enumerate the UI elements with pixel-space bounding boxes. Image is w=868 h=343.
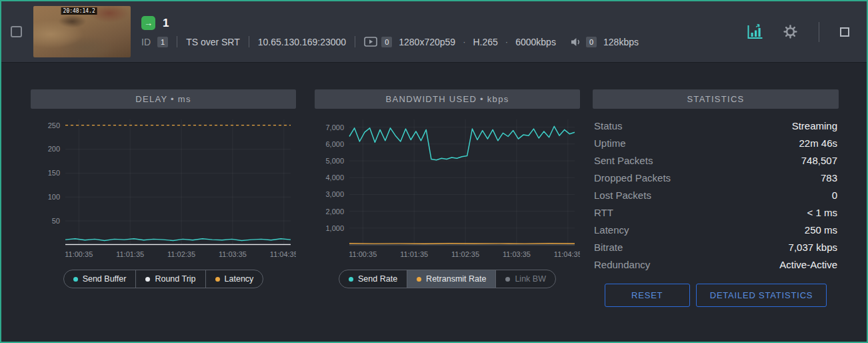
stop-icon bbox=[840, 27, 849, 37]
stream-detail-content: DELAY • ms 5010015020025011:00:3511:01:3… bbox=[1, 63, 867, 342]
stat-label: Sent Packets bbox=[594, 155, 653, 166]
svg-text:5,000: 5,000 bbox=[325, 157, 344, 165]
stream-meta-row: ID 1 TS over SRT 10.65.130.169:23000 0 1… bbox=[141, 36, 639, 47]
separator bbox=[177, 36, 177, 47]
legend-label: Send Rate bbox=[358, 274, 397, 284]
audio-bitrate: 128kbps bbox=[603, 37, 639, 47]
svg-text:4,000: 4,000 bbox=[325, 174, 344, 182]
streaming-status-icon: → bbox=[141, 16, 155, 30]
legend-label: Latency bbox=[225, 274, 254, 284]
legend-dot-icon bbox=[349, 277, 353, 282]
stream-thumbnail[interactable]: 20:48:14.2 bbox=[33, 6, 131, 57]
legend-dot-icon bbox=[417, 277, 421, 282]
stat-row: Dropped Packets783 bbox=[594, 169, 837, 186]
legend-label: Round Trip bbox=[155, 274, 195, 284]
delay-panel: DELAY • ms 5010015020025011:00:3511:01:3… bbox=[31, 89, 296, 288]
stat-row: Sent Packets748,507 bbox=[594, 151, 837, 169]
stat-row: RTT< 1 ms bbox=[594, 204, 837, 221]
video-bitrate: 6000kbps bbox=[515, 37, 556, 47]
stat-row: Bitrate7,037 kbps bbox=[594, 238, 837, 256]
legend-send-buffer[interactable]: Send Buffer bbox=[64, 270, 136, 288]
stat-label: Uptime bbox=[594, 137, 626, 149]
separator bbox=[819, 22, 819, 42]
stat-label: Dropped Packets bbox=[594, 172, 671, 184]
delay-chart: 5010015020025011:00:3511:01:3511:02:3511… bbox=[31, 113, 296, 261]
dot-separator: · bbox=[462, 37, 466, 47]
stat-row: Lost Packets0 bbox=[594, 186, 837, 204]
stat-value: 0 bbox=[832, 190, 837, 201]
stat-value: 7,037 kbps bbox=[789, 242, 837, 253]
stream-name: 1 bbox=[163, 17, 169, 30]
audio-track-group: 0 bbox=[571, 37, 597, 47]
stat-value: 783 bbox=[821, 172, 837, 184]
svg-text:2,000: 2,000 bbox=[325, 208, 344, 216]
statistics-panel-title: STATISTICS bbox=[593, 89, 839, 109]
svg-text:6,000: 6,000 bbox=[325, 140, 344, 148]
stat-label: Status bbox=[594, 120, 623, 131]
statistics-buttons: RESET DETAILED STATISTICS bbox=[593, 284, 839, 307]
video-track-group: 0 bbox=[364, 37, 392, 47]
svg-text:50: 50 bbox=[52, 217, 60, 225]
svg-text:250: 250 bbox=[48, 121, 60, 129]
legend-link-bw[interactable]: Link BW bbox=[495, 270, 555, 288]
stat-value: Active-Active bbox=[779, 259, 837, 270]
stream-address: 10.65.130.169:23000 bbox=[258, 37, 346, 47]
legend-dot-icon bbox=[145, 277, 150, 282]
statistics-panel: STATISTICS StatusStreamingUptime22m 46sS… bbox=[593, 89, 839, 307]
svg-text:11:04:35: 11:04:35 bbox=[270, 250, 296, 258]
stat-value: 22m 46s bbox=[799, 137, 837, 149]
detailed-statistics-button[interactable]: DETAILED STATISTICS bbox=[696, 284, 827, 307]
dot-separator: · bbox=[505, 37, 509, 47]
stat-value: Streaming bbox=[792, 120, 837, 131]
header-actions bbox=[746, 22, 849, 42]
legend-label: Link BW bbox=[515, 274, 546, 284]
stat-row: Latency250 ms bbox=[594, 221, 837, 238]
separator bbox=[249, 36, 249, 47]
svg-text:11:02:35: 11:02:35 bbox=[167, 250, 195, 258]
legend-dot-icon bbox=[505, 277, 510, 282]
legend-label: Send Buffer bbox=[83, 274, 127, 284]
stat-value: < 1 ms bbox=[807, 207, 837, 218]
video-track-count-badge: 0 bbox=[381, 37, 392, 47]
stat-row: StatusStreaming bbox=[594, 117, 837, 134]
legend-retransmit-rate[interactable]: Retransmit Rate bbox=[407, 270, 495, 288]
video-program-icon bbox=[364, 37, 377, 47]
svg-text:11:04:35: 11:04:35 bbox=[554, 250, 580, 258]
svg-text:200: 200 bbox=[48, 145, 60, 153]
svg-text:11:01:35: 11:01:35 bbox=[116, 250, 144, 258]
stop-stream-button[interactable] bbox=[840, 27, 849, 37]
svg-text:11:03:35: 11:03:35 bbox=[503, 250, 531, 258]
legend-label: Retransmit Rate bbox=[426, 274, 486, 284]
bandwidth-legend-row: Send RateRetransmit RateLink BW bbox=[315, 270, 580, 288]
audio-speaker-icon bbox=[571, 37, 582, 47]
legend-dot-icon bbox=[215, 277, 220, 282]
svg-text:150: 150 bbox=[48, 169, 60, 177]
statistics-graph-button[interactable] bbox=[746, 24, 764, 40]
stream-title-row: → 1 bbox=[141, 16, 639, 30]
legend-dot-icon bbox=[73, 277, 78, 282]
bandwidth-panel-title: BANDWIDTH USED • kbps bbox=[315, 89, 580, 109]
stat-label: Lost Packets bbox=[594, 190, 651, 201]
select-stream-checkbox[interactable] bbox=[11, 26, 22, 37]
stream-title-block: → 1 ID 1 TS over SRT 10.65.130.169:23000… bbox=[141, 16, 639, 47]
delay-chart-wrap: 5010015020025011:00:3511:01:3511:02:3511… bbox=[31, 113, 296, 264]
bandwidth-chart: 1,0002,0003,0004,0005,0006,0007,00011:00… bbox=[315, 113, 580, 261]
stream-monitor-card: 20:48:14.2 → 1 ID 1 TS over SRT 10.65.13… bbox=[0, 0, 868, 343]
bandwidth-chart-wrap: 1,0002,0003,0004,0005,0006,0007,00011:00… bbox=[315, 113, 580, 264]
thumbnail-timecode: 20:48:14.2 bbox=[61, 7, 97, 15]
bar-chart-icon bbox=[746, 24, 764, 40]
video-codec: H.265 bbox=[473, 37, 497, 47]
bandwidth-legend: Send RateRetransmit RateLink BW bbox=[339, 270, 556, 288]
stat-value: 250 ms bbox=[805, 224, 837, 236]
legend-send-rate[interactable]: Send Rate bbox=[339, 270, 407, 288]
reset-button[interactable]: RESET bbox=[605, 284, 690, 307]
legend-round-trip[interactable]: Round Trip bbox=[135, 270, 205, 288]
settings-button[interactable] bbox=[783, 24, 798, 39]
stream-header: 20:48:14.2 → 1 ID 1 TS over SRT 10.65.13… bbox=[1, 1, 867, 63]
svg-text:11:02:35: 11:02:35 bbox=[451, 250, 479, 258]
stat-label: Latency bbox=[594, 224, 629, 236]
legend-latency[interactable]: Latency bbox=[205, 270, 263, 288]
svg-text:1,000: 1,000 bbox=[325, 224, 344, 232]
separator bbox=[355, 36, 355, 47]
id-badge: 1 bbox=[157, 37, 168, 47]
